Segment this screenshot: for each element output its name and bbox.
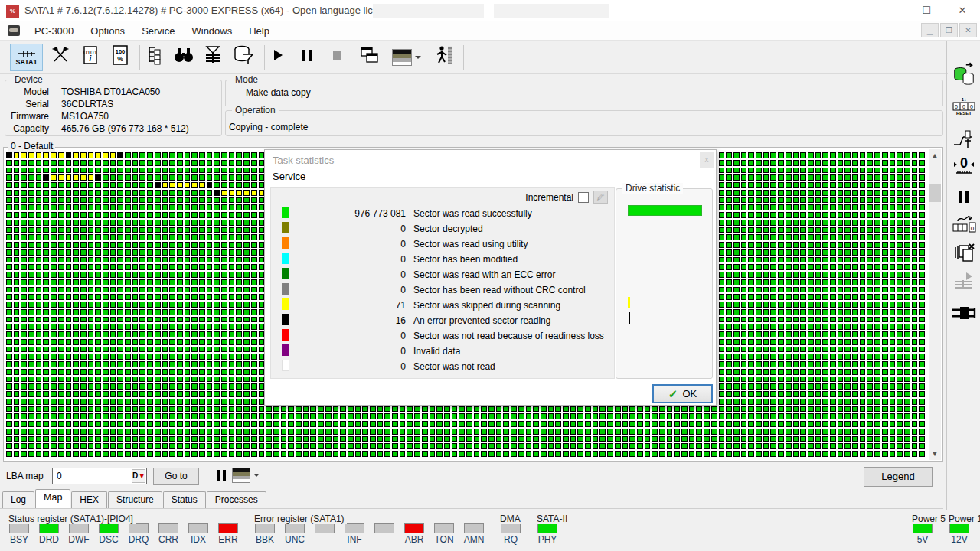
sector-block[interactable] (147, 204, 153, 210)
sector-block[interactable] (874, 220, 880, 226)
sector-block[interactable] (874, 242, 880, 248)
sector-block[interactable] (496, 429, 502, 435)
sector-block[interactable] (733, 406, 740, 412)
sector-block[interactable] (207, 324, 213, 330)
sector-block[interactable] (58, 272, 64, 278)
sector-block[interactable] (430, 451, 436, 457)
sector-block[interactable] (681, 413, 688, 419)
sector-block[interactable] (756, 287, 762, 293)
sector-block[interactable] (103, 279, 109, 285)
sector-block[interactable] (14, 347, 20, 353)
sector-block[interactable] (756, 227, 762, 233)
sector-block[interactable] (874, 339, 880, 345)
sector-block[interactable] (815, 160, 822, 166)
sidebar-pause-button[interactable] (951, 184, 977, 209)
sector-block[interactable] (793, 451, 799, 457)
sector-block[interactable] (303, 436, 309, 442)
sector-block[interactable] (778, 249, 784, 256)
sector-block[interactable] (162, 204, 168, 210)
sector-block[interactable] (155, 309, 161, 315)
sector-block[interactable] (844, 347, 851, 353)
sector-block[interactable] (51, 242, 57, 248)
sector-block[interactable] (117, 451, 123, 457)
sector-block[interactable] (763, 182, 769, 188)
sector-block[interactable] (333, 451, 339, 457)
sector-block[interactable] (243, 220, 250, 226)
sector-block[interactable] (844, 406, 851, 412)
sector-block[interactable] (125, 182, 131, 188)
sector-block[interactable] (199, 324, 205, 330)
sector-block[interactable] (51, 160, 57, 166)
sector-block[interactable] (21, 451, 27, 457)
sector-block[interactable] (147, 182, 153, 188)
sector-block[interactable] (177, 443, 183, 449)
sector-block[interactable] (95, 174, 101, 181)
sector-block[interactable] (844, 264, 851, 270)
sector-block[interactable] (570, 429, 577, 435)
sector-block[interactable] (384, 406, 390, 412)
sector-block[interactable] (221, 369, 227, 375)
sector-block[interactable] (125, 197, 131, 204)
sector-block[interactable] (808, 451, 814, 457)
sector-block[interactable] (778, 309, 784, 315)
sector-block[interactable] (185, 204, 191, 210)
sector-block[interactable] (162, 354, 168, 360)
sector-block[interactable] (155, 354, 161, 360)
sector-block[interactable] (511, 443, 517, 449)
sector-block[interactable] (147, 257, 153, 263)
sector-block[interactable] (273, 421, 279, 427)
sector-block[interactable] (14, 279, 20, 285)
sector-block[interactable] (229, 361, 235, 367)
sector-block[interactable] (177, 197, 183, 204)
sector-block[interactable] (243, 182, 250, 188)
sector-block[interactable] (6, 429, 12, 435)
sector-block[interactable] (88, 182, 94, 188)
sector-block[interactable] (890, 429, 896, 435)
sector-block[interactable] (73, 324, 79, 330)
sector-block[interactable] (132, 212, 139, 218)
sector-block[interactable] (66, 317, 72, 323)
sector-block[interactable] (838, 227, 844, 233)
sector-block[interactable] (147, 391, 153, 397)
sector-block[interactable] (800, 421, 806, 427)
sector-block[interactable] (474, 429, 480, 435)
sector-block[interactable] (377, 443, 384, 449)
sector-block[interactable] (88, 279, 94, 285)
sector-block[interactable] (778, 406, 784, 412)
sector-block[interactable] (882, 227, 888, 233)
sector-block[interactable] (904, 309, 910, 315)
sector-block[interactable] (199, 377, 205, 383)
sector-block[interactable] (251, 279, 257, 285)
sector-block[interactable] (14, 421, 20, 427)
sector-block[interactable] (125, 212, 131, 218)
sector-block[interactable] (310, 436, 316, 442)
sector-block[interactable] (770, 227, 776, 233)
sector-block[interactable] (243, 413, 250, 419)
sector-block[interactable] (830, 272, 836, 278)
sector-block[interactable] (726, 339, 732, 345)
sector-block[interactable] (199, 212, 205, 218)
sector-block[interactable] (43, 361, 49, 367)
sector-block[interactable] (822, 399, 828, 405)
sector-block[interactable] (177, 361, 183, 367)
sector-block[interactable] (815, 421, 822, 427)
sector-block[interactable] (259, 421, 265, 427)
sector-block[interactable] (481, 406, 487, 412)
sector-block[interactable] (95, 339, 101, 345)
sector-block[interactable] (822, 391, 828, 397)
sector-block[interactable] (912, 152, 918, 158)
sector-block[interactable] (117, 391, 123, 397)
sector-block[interactable] (139, 436, 145, 442)
sector-block[interactable] (822, 383, 828, 390)
sector-block[interactable] (466, 451, 472, 457)
sector-block[interactable] (786, 168, 792, 174)
sector-block[interactable] (199, 220, 205, 226)
sector-block[interactable] (214, 406, 220, 412)
sector-block[interactable] (719, 406, 725, 412)
sector-block[interactable] (414, 451, 420, 457)
sector-block[interactable] (830, 377, 836, 383)
sector-block[interactable] (236, 309, 242, 315)
sector-block[interactable] (719, 421, 725, 427)
sector-block[interactable] (214, 421, 220, 427)
sector-block[interactable] (874, 324, 880, 330)
